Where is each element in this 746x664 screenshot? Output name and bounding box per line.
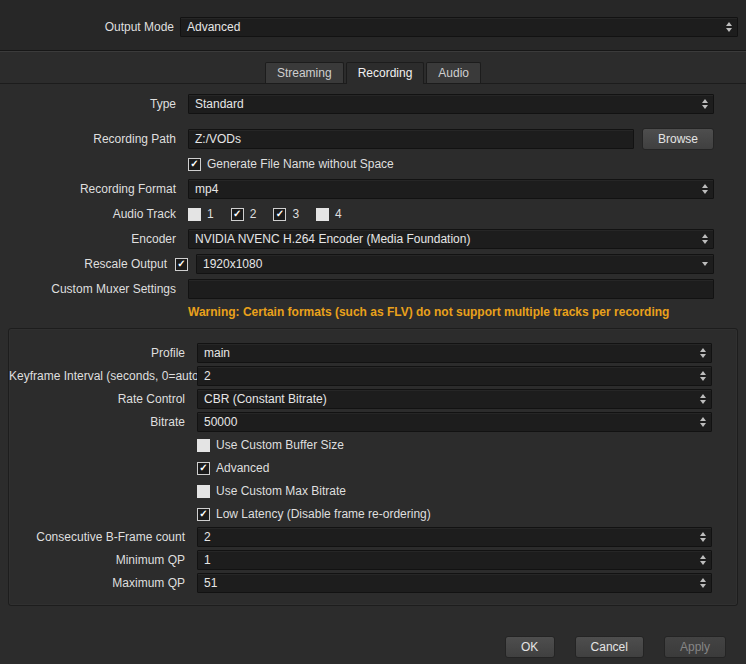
chevron-up-icon [702,184,708,188]
audio-track-1-checkbox[interactable]: ✓ [188,208,201,221]
max-qp-label: Maximum QP [9,576,197,590]
output-tab-bar: Streaming Recording Audio [0,52,746,84]
output-mode-bar: Output Mode Advanced [0,0,746,50]
advanced-row: ✓ Advanced [9,457,712,479]
cancel-button[interactable]: Cancel [575,636,644,658]
rate-control-value: CBR (Constant Bitrate) [198,392,696,406]
chevron-down-icon [702,190,708,194]
bframe-count-spinner[interactable]: 2 [197,527,712,547]
spin-up-icon[interactable] [700,532,706,536]
audio-track-2-label: 2 [250,207,257,221]
check-icon: ✓ [199,463,207,473]
keyframe-interval-value: 2 [198,369,696,383]
tab-streaming[interactable]: Streaming [265,62,344,83]
ok-button[interactable]: OK [505,636,555,658]
bitrate-label: Bitrate [9,415,197,429]
format-warning-text: Warning: Certain formats (such as FLV) d… [188,305,669,319]
encoder-select[interactable]: NVIDIA NVENC H.264 Encoder (Media Founda… [188,229,714,249]
rate-control-select[interactable]: CBR (Constant Bitrate) [197,389,712,409]
output-mode-select[interactable]: Advanced [180,17,738,37]
chevron-down-icon [702,240,708,244]
low-latency-checkbox[interactable]: ✓ [197,508,210,521]
audio-track-1-label: 1 [207,207,214,221]
output-mode-row: Output Mode Advanced [0,16,738,38]
spinner-arrows [696,555,711,565]
spin-down-icon[interactable] [700,584,706,588]
spin-up-icon[interactable] [700,555,706,559]
custom-buffer-checkbox[interactable]: ✓ [197,439,210,452]
recording-format-value: mp4 [189,182,698,196]
recording-path-value: Z:/VODs [189,132,633,146]
generate-no-space-row: ✓ Generate File Name without Space [0,153,714,175]
custom-buffer-row: ✓ Use Custom Buffer Size [9,434,712,456]
bframe-count-value: 2 [198,530,696,544]
apply-button[interactable]: Apply [664,636,726,658]
type-select[interactable]: Standard [188,94,714,114]
output-mode-value: Advanced [181,20,722,34]
advanced-checkbox[interactable]: ✓ [197,462,210,475]
max-qp-spinner[interactable]: 51 [197,573,712,593]
encoder-label: Encoder [0,232,188,246]
chevron-up-icon [726,22,732,26]
recording-format-select[interactable]: mp4 [188,179,714,199]
dialog-footer: OK Cancel Apply [0,606,746,658]
audio-track-3-checkbox[interactable]: ✓ [273,208,286,221]
recording-path-label: Recording Path [0,132,188,146]
recording-format-row: Recording Format mp4 [0,178,714,200]
recording-path-row: Recording Path Z:/VODs Browse [0,128,714,150]
generate-no-space-label: Generate File Name without Space [207,157,394,171]
audio-track-4: ✓ 4 [316,207,342,221]
rescale-resolution-select[interactable]: 1920x1080 [196,254,714,274]
spinner-arrows [696,532,711,542]
recording-settings-section: Type Standard Recording Path Z:/VODs Bro… [0,84,746,320]
profile-row: Profile main [9,342,712,364]
audio-track-2-checkbox[interactable]: ✓ [231,208,244,221]
custom-max-bitrate-label: Use Custom Max Bitrate [216,484,346,498]
min-qp-row: Minimum QP 1 [9,549,712,571]
chevron-down-icon [700,354,706,358]
profile-value: main [198,346,696,360]
spin-down-icon[interactable] [700,423,706,427]
chevron-up-icon [700,348,706,352]
generate-no-space-checkbox[interactable]: ✓ [188,158,201,171]
spin-down-icon[interactable] [700,538,706,542]
bframe-count-label: Consecutive B-Frame count [9,530,197,544]
audio-track-4-checkbox[interactable]: ✓ [316,208,329,221]
check-icon: ✓ [190,159,198,169]
audio-track-1: ✓ 1 [188,207,214,221]
dropdown-arrows [696,394,711,404]
bitrate-spinner[interactable]: 50000 [197,412,712,432]
custom-max-bitrate-checkbox[interactable]: ✓ [197,485,210,498]
spin-up-icon[interactable] [700,578,706,582]
encoder-settings-group: Profile main Keyframe Interval (seconds,… [8,328,738,606]
chevron-up-icon [700,394,706,398]
spinner-arrows [696,371,711,381]
rate-control-label: Rate Control [9,392,197,406]
spin-up-icon[interactable] [700,417,706,421]
keyframe-interval-label: Keyframe Interval (seconds, 0=auto) [9,369,197,383]
rescale-output-checkbox[interactable]: ✓ [175,258,188,271]
output-settings-dialog: Output Mode Advanced Streaming Recording… [0,0,746,658]
recording-path-input[interactable]: Z:/VODs [188,129,634,149]
type-label: Type [0,97,188,111]
low-latency-label: Low Latency (Disable frame re-ordering) [216,507,431,521]
custom-muxer-input[interactable] [188,279,714,299]
spinner-arrows [696,417,711,427]
browse-button[interactable]: Browse [642,128,714,150]
rescale-output-row: Rescale Output ✓ 1920x1080 [0,253,714,275]
profile-select[interactable]: main [197,343,712,363]
keyframe-interval-row: Keyframe Interval (seconds, 0=auto) 2 [9,365,712,387]
tab-audio[interactable]: Audio [426,62,481,83]
bitrate-value: 50000 [198,415,696,429]
spin-up-icon[interactable] [700,371,706,375]
keyframe-interval-spinner[interactable]: 2 [197,366,712,386]
min-qp-spinner[interactable]: 1 [197,550,712,570]
chevron-down-icon [702,262,708,266]
custom-max-bitrate-row: ✓ Use Custom Max Bitrate [9,480,712,502]
tab-recording[interactable]: Recording [346,62,425,84]
spin-down-icon[interactable] [700,377,706,381]
max-qp-row: Maximum QP 51 [9,572,712,594]
spin-down-icon[interactable] [700,561,706,565]
dropdown-arrows [698,99,713,109]
type-value: Standard [189,97,698,111]
